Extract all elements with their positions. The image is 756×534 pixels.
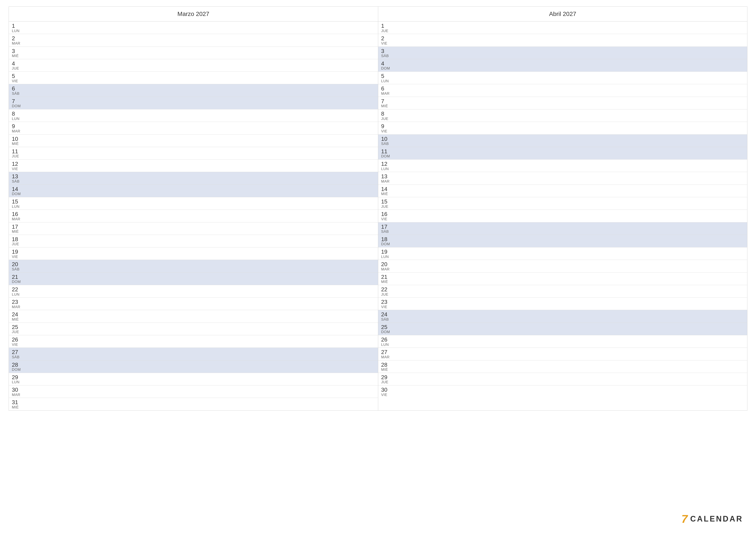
- day-name: MIÉ: [12, 405, 19, 410]
- day-content: [395, 84, 747, 96]
- day-content: [26, 297, 378, 310]
- day-content: [26, 135, 378, 147]
- day-content: [395, 122, 747, 134]
- day-row: 15LUN: [9, 197, 378, 210]
- day-number-cell: 4DOM: [378, 59, 395, 71]
- day-row: 2VIE: [378, 34, 747, 46]
- day-number: 25: [381, 324, 388, 330]
- day-row: 14DOM: [9, 185, 378, 197]
- day-number-cell: 2VIE: [378, 34, 395, 46]
- day-content: [26, 398, 378, 410]
- day-number: 25: [12, 324, 18, 330]
- day-content: [26, 310, 378, 322]
- day-row: 27MAR: [378, 348, 747, 360]
- day-number-cell: 13MAR: [378, 172, 395, 184]
- day-number-cell: 20SÁB: [9, 260, 26, 272]
- day-name: DOM: [381, 242, 390, 246]
- day-content: [26, 72, 378, 84]
- day-number-cell: 1JUE: [378, 21, 395, 34]
- day-number: 8: [381, 111, 384, 117]
- day-row: 17SÁB: [378, 222, 747, 235]
- day-number: 12: [12, 161, 18, 167]
- day-number-cell: 30MAR: [9, 385, 26, 398]
- day-content: [26, 222, 378, 235]
- day-number: 28: [381, 362, 388, 368]
- branding: 7 CALENDAR: [682, 513, 743, 525]
- day-name: VIE: [12, 167, 18, 171]
- day-number: 21: [381, 274, 388, 280]
- day-number: 23: [381, 299, 388, 305]
- day-content: [395, 235, 747, 247]
- day-name: MAR: [12, 217, 20, 221]
- day-number-cell: 30VIE: [378, 385, 395, 398]
- day-content: [26, 361, 378, 373]
- day-name: DOM: [12, 368, 21, 372]
- day-name: LUN: [12, 117, 20, 121]
- day-name: DOM: [381, 330, 390, 334]
- day-row: 1JUE: [378, 21, 747, 34]
- day-number-cell: 8JUE: [378, 109, 395, 122]
- day-number: 30: [12, 387, 18, 393]
- day-content: [395, 310, 747, 322]
- day-row: 4JUE: [9, 59, 378, 72]
- day-number: 24: [12, 311, 18, 318]
- day-number-cell: 11DOM: [378, 147, 395, 159]
- day-number-cell: 10MIÉ: [9, 135, 26, 147]
- day-name: JUE: [12, 330, 19, 334]
- day-number-cell: 26VIE: [9, 335, 26, 347]
- day-name: DOM: [12, 192, 21, 196]
- day-number-cell: 24MIÉ: [9, 310, 26, 322]
- day-name: VIE: [381, 217, 388, 221]
- day-number-cell: 14MIÉ: [378, 185, 395, 197]
- day-number-cell: 29LUN: [9, 373, 26, 385]
- day-number-cell: 21DOM: [9, 273, 26, 285]
- day-name: SÁB: [12, 355, 20, 359]
- day-number-cell: 17SÁB: [378, 222, 395, 235]
- day-name: MAR: [12, 305, 20, 309]
- day-row: 7MIÉ: [378, 97, 747, 109]
- day-content: [26, 373, 378, 385]
- day-row: 18JUE: [9, 235, 378, 247]
- day-row: 23MAR: [9, 297, 378, 310]
- day-name: MIÉ: [12, 318, 19, 322]
- day-name: SÁB: [12, 92, 20, 96]
- day-number-cell: 5VIE: [9, 72, 26, 84]
- day-row: 9VIE: [378, 122, 747, 134]
- day-row: 28DOM: [9, 361, 378, 373]
- day-number: 29: [12, 374, 18, 380]
- day-name: JUE: [381, 380, 389, 384]
- day-number: 20: [12, 261, 18, 267]
- day-number-cell: 12LUN: [378, 160, 395, 172]
- day-content: [395, 323, 747, 335]
- day-content: [26, 47, 378, 59]
- day-name: VIE: [381, 129, 388, 134]
- day-number: 2: [381, 35, 384, 41]
- day-number-cell: 2MAR: [9, 34, 26, 46]
- day-row: 3MIÉ: [9, 47, 378, 59]
- day-content: [395, 47, 747, 59]
- day-name: JUE: [381, 117, 389, 121]
- day-row: 17MIÉ: [9, 222, 378, 235]
- day-number: 7: [12, 98, 15, 104]
- day-name: MAR: [12, 393, 20, 397]
- day-number: 19: [381, 249, 388, 255]
- day-name: VIE: [381, 393, 388, 397]
- months-container: Marzo 20271LUN2MAR3MIÉ4JUE5VIE6SÁB7DOM8L…: [9, 7, 747, 411]
- day-name: MAR: [12, 129, 20, 134]
- day-row: 11DOM: [378, 147, 747, 160]
- day-content: [395, 72, 747, 84]
- day-row: 29JUE: [378, 373, 747, 385]
- day-number: 1: [381, 23, 384, 29]
- day-name: VIE: [12, 255, 18, 259]
- day-number-cell: 8LUN: [9, 109, 26, 122]
- day-name: JUE: [381, 29, 389, 33]
- day-content: [395, 260, 747, 272]
- day-name: SÁB: [381, 230, 389, 234]
- day-name: MAR: [12, 41, 20, 46]
- day-row: 6SÁB: [9, 84, 378, 97]
- day-content: [395, 273, 747, 285]
- day-name: SÁB: [381, 142, 389, 146]
- day-number: 9: [381, 123, 384, 129]
- month-column-abril: Abril 20271JUE2VIE3SÁB4DOM5LUN6MAR7MIÉ8J…: [378, 7, 747, 410]
- day-content: [395, 147, 747, 159]
